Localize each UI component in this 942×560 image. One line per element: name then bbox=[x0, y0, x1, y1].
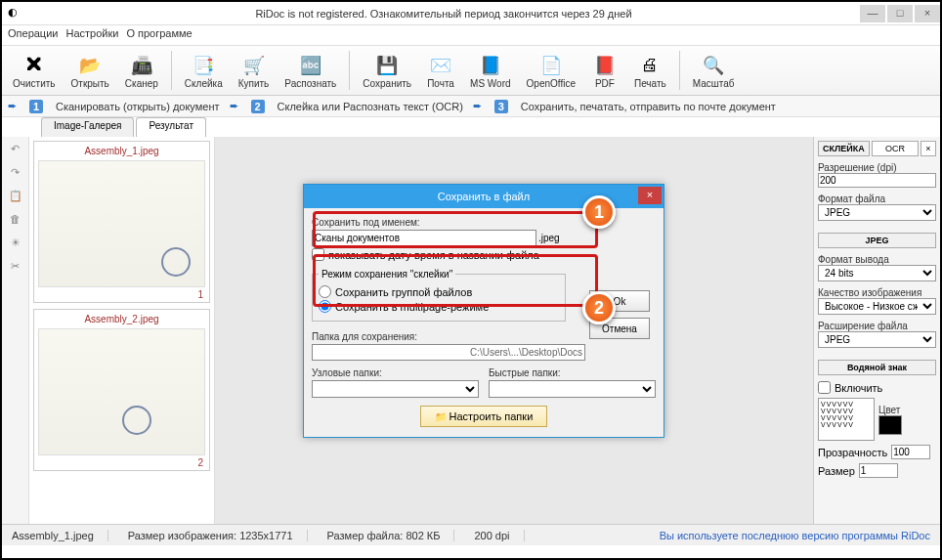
rtab-glue[interactable]: СКЛЕЙКА bbox=[818, 141, 870, 156]
status-filesize: Размер файла: 802 КБ bbox=[327, 530, 455, 541]
status-file: Assembly_1.jpeg bbox=[12, 530, 108, 541]
word-button[interactable]: 📘MS Word bbox=[463, 50, 518, 92]
steps-bar: ➨1Сканировать (открыть) документ ➨2Склей… bbox=[2, 96, 940, 117]
configure-folders-button[interactable]: 📁 Настроить папки bbox=[420, 406, 547, 427]
cancel-button[interactable]: Отмена bbox=[589, 318, 650, 339]
format-select[interactable]: JPEG bbox=[818, 204, 936, 221]
dialog-title: Сохранить в файл × bbox=[304, 185, 664, 208]
thumb-image bbox=[38, 160, 205, 287]
wm-enable-checkbox[interactable] bbox=[818, 381, 831, 394]
mode-group-radio[interactable] bbox=[319, 285, 331, 298]
menu-about[interactable]: О программе bbox=[126, 27, 192, 43]
mode-multipage-radio[interactable] bbox=[319, 300, 331, 313]
wm-opacity-input[interactable] bbox=[891, 445, 930, 459]
zoom-button[interactable]: 🔍Масштаб bbox=[686, 50, 742, 92]
rtab-close[interactable]: × bbox=[921, 141, 936, 156]
statusbar: Assembly_1.jpeg Размер изображения: 1235… bbox=[2, 524, 940, 545]
maximize-button[interactable]: □ bbox=[887, 5, 913, 22]
filename-input[interactable] bbox=[312, 230, 536, 246]
buy-button[interactable]: 🛒Купить bbox=[232, 50, 277, 92]
close-button[interactable]: × bbox=[915, 5, 940, 22]
rotate-right-icon[interactable]: ↷ bbox=[7, 166, 24, 184]
scanner-button[interactable]: 📠Сканер bbox=[118, 50, 165, 92]
arrow-icon: ➨ bbox=[8, 100, 17, 112]
menu-settings[interactable]: Настройки bbox=[65, 27, 118, 43]
titlebar: ◐ RiDoc is not registered. Ознакомительн… bbox=[2, 2, 940, 25]
thumbnail-2[interactable]: Assembly_2.jpeg 2 bbox=[33, 309, 210, 471]
window-title: RiDoc is not registered. Ознакомительный… bbox=[236, 8, 651, 20]
save-button[interactable]: 💾Сохранить bbox=[356, 50, 418, 92]
pdf-button[interactable]: 📕PDF bbox=[584, 50, 625, 92]
mail-button[interactable]: ✉️Почта bbox=[420, 50, 461, 92]
step-2-label: Склейка или Распознать текст (OCR) bbox=[278, 101, 463, 112]
oo-button[interactable]: 📄OpenOffice bbox=[520, 50, 582, 92]
menu-operations[interactable]: Операции bbox=[8, 27, 58, 43]
folder-input[interactable] bbox=[312, 344, 585, 361]
node-folders-select[interactable] bbox=[312, 380, 479, 398]
menubar: Операции Настройки О программе bbox=[2, 25, 940, 45]
step-3-label: Сохранить, печатать, отправить по почте … bbox=[521, 101, 776, 112]
glue-button[interactable]: 📑Склейка bbox=[178, 50, 230, 92]
save-mode-fieldset: Режим сохранения "склейки" Сохранить гру… bbox=[312, 269, 566, 322]
save-dialog: Сохранить в файл × Сохранить под именем:… bbox=[303, 184, 664, 438]
clear-button[interactable]: 🗙Очистить bbox=[6, 50, 63, 92]
step-1-label: Сканировать (открыть) документ bbox=[56, 101, 220, 112]
left-toolbar: ↶ ↷ 📋 🗑 ☀ ✂ bbox=[2, 137, 29, 524]
dialog-close-button[interactable]: × bbox=[638, 187, 662, 204]
show-datetime-checkbox[interactable] bbox=[312, 248, 324, 261]
wm-size-input[interactable] bbox=[859, 463, 898, 478]
thumbnail-1[interactable]: Assembly_1.jpeg 1 bbox=[33, 141, 210, 303]
app-icon: ◐ bbox=[8, 6, 23, 22]
tab-result[interactable]: Результат bbox=[136, 117, 205, 137]
ext-select[interactable]: JPEG bbox=[818, 331, 936, 348]
open-button[interactable]: 📂Открыть bbox=[64, 50, 116, 92]
right-panel: СКЛЕЙКА OCR × Разрешение (dpi) Формат фа… bbox=[813, 137, 940, 524]
thumb-image bbox=[38, 328, 205, 455]
thumbnails-panel: Assembly_1.jpeg 1 Assembly_2.jpeg 2 bbox=[29, 137, 215, 524]
wm-preview: VVVVVV VVVVVV VVVVVV VVVVVV bbox=[818, 398, 875, 441]
toolbar: 🗙Очистить 📂Открыть 📠Сканер 📑Склейка 🛒Куп… bbox=[2, 45, 940, 96]
ok-button[interactable]: Ok bbox=[589, 290, 650, 312]
status-dpi: 200 dpi bbox=[474, 530, 524, 541]
filename-label: Сохранить под именем: bbox=[312, 217, 656, 228]
status-version-link[interactable]: Вы используете последнюю версию программ… bbox=[660, 530, 930, 541]
arrow-icon: ➨ bbox=[230, 100, 238, 112]
main-tabs: Image-Галерея Результат bbox=[2, 117, 940, 137]
rtab-ocr[interactable]: OCR bbox=[872, 141, 919, 156]
rotate-left-icon[interactable]: ↶ bbox=[7, 143, 24, 160]
output-select[interactable]: 24 bits bbox=[818, 265, 936, 281]
tab-gallery[interactable]: Image-Галерея bbox=[41, 117, 134, 137]
brightness-icon[interactable]: ☀ bbox=[7, 237, 24, 254]
rtab-watermark[interactable]: Водяной знак bbox=[818, 360, 936, 375]
copy-icon[interactable]: 📋 bbox=[7, 190, 24, 207]
status-imgsize: Размер изображения: 1235x1771 bbox=[128, 530, 308, 541]
minimize-button[interactable]: — bbox=[860, 5, 885, 22]
crop-icon[interactable]: ✂ bbox=[7, 260, 24, 278]
print-button[interactable]: 🖨Печать bbox=[627, 50, 673, 92]
wm-color-swatch[interactable] bbox=[878, 415, 902, 435]
arrow-icon: ➨ bbox=[473, 100, 482, 112]
delete-icon[interactable]: 🗑 bbox=[7, 213, 24, 231]
ocr-button[interactable]: 🔤Распознать bbox=[278, 50, 343, 92]
resolution-input[interactable] bbox=[818, 173, 936, 188]
quality-select[interactable]: Высокое - Низкое сжа bbox=[818, 298, 936, 315]
quick-folders-select[interactable] bbox=[489, 380, 656, 398]
rtab-jpeg[interactable]: JPEG bbox=[818, 233, 936, 248]
